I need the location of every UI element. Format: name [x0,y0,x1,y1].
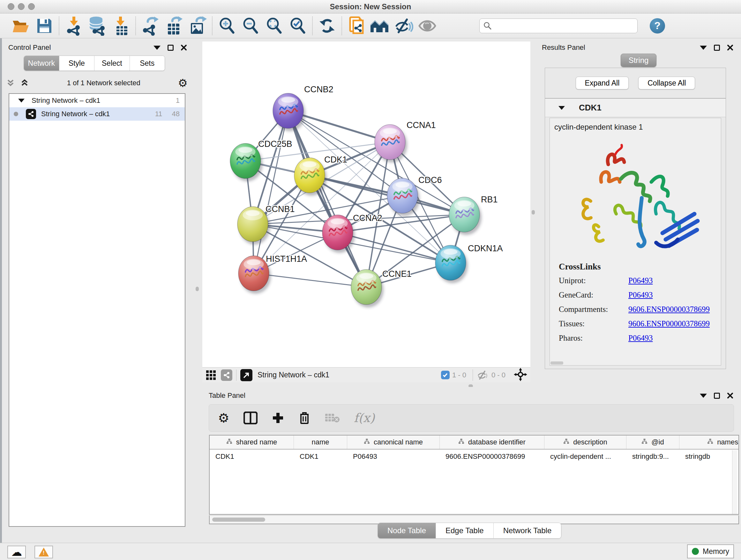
table-row[interactable]: CDK1CDK1P064939606.ENSP00000378699cyclin… [210,449,738,463]
export-network-button[interactable] [138,16,162,36]
table-cell[interactable]: cyclin-dependent ... [544,449,626,463]
panel-close-icon[interactable] [727,44,733,51]
network-node-CDK1[interactable]: CDK1 [294,155,347,196]
function-builder-button[interactable]: f(x) [354,411,375,425]
refresh-button[interactable] [315,16,339,36]
table-settings-gear-icon[interactable]: ⚙ [218,412,229,424]
crosslink-link[interactable]: P06493 [628,291,653,300]
expand-all-icon[interactable] [20,78,29,88]
show-all-button[interactable] [415,16,439,36]
import-network-database-button[interactable] [85,16,109,36]
save-session-button[interactable] [32,16,56,36]
import-table-button[interactable] [109,16,133,36]
minimize-window-button[interactable] [18,3,24,10]
selected-indicator-checkbox[interactable] [441,371,450,379]
table-cell[interactable]: CDK1 [210,449,294,463]
column-header-name[interactable]: name [294,435,347,449]
search-input[interactable] [492,22,626,30]
network-node-HIST1H1A[interactable]: HIST1H1A [239,254,307,294]
column-header-shared-name[interactable]: shared name [210,435,294,449]
warnings-button[interactable]: ! [35,546,53,558]
zoom-window-button[interactable] [28,3,35,10]
left-splitter-handle[interactable] [196,287,199,291]
network-snapshot-button[interactable] [345,16,368,36]
zoom-in-button[interactable] [215,16,239,36]
expand-all-button[interactable]: Expand All [576,77,629,89]
network-node-CCNB2[interactable]: CCNB2 [273,84,333,131]
results-scrollbar[interactable] [550,361,563,365]
panel-float-icon[interactable] [714,45,720,51]
table-cell[interactable]: stringdb:9... [626,449,679,463]
column-header-description[interactable]: description [544,435,626,449]
add-column-button[interactable] [272,412,284,424]
delete-table-button[interactable] [325,413,340,423]
scrollbar-thumb[interactable] [212,517,265,522]
table-cell[interactable]: 9606.ENSP00000378699 [440,449,544,463]
table-vertical-scrollbar[interactable] [732,450,737,515]
tab-style[interactable]: Style [59,56,95,71]
crosslink-link[interactable]: 9606.ENSP00000378699 [628,305,710,314]
tab-edge-table[interactable]: Edge Table [436,523,494,538]
network-row-selected[interactable]: String Network – cdk1 11 48 [9,107,185,121]
column-header-canonical-name[interactable]: canonical name [347,435,440,449]
network-node-CCNE1[interactable]: CCNE1 [351,269,412,307]
zoom-out-button[interactable] [239,16,262,36]
window-traffic-lights[interactable] [8,3,35,10]
panel-menu-icon[interactable] [153,46,160,50]
grid-mode-button[interactable] [205,370,216,381]
panel-menu-icon[interactable] [700,394,707,398]
network-node-RB1[interactable]: RB1 [449,195,498,235]
memory-button[interactable]: Memory [687,544,734,558]
detach-view-button[interactable] [240,369,253,381]
hide-selected-button[interactable] [392,16,415,36]
network-node-CDC25B[interactable]: CDC25B [230,139,292,181]
network-node-CDKN1A[interactable]: CDKN1A [435,244,503,283]
toolbar-search[interactable] [479,18,637,33]
panel-close-icon[interactable] [181,44,187,51]
tab-network-table[interactable]: Network Table [494,523,561,538]
column-header-database-identifier[interactable]: database identifier [440,435,544,449]
right-splitter-handle[interactable] [532,210,535,214]
panel-menu-icon[interactable] [700,46,707,50]
export-image-button[interactable] [186,16,209,36]
first-neighbors-button[interactable] [368,16,392,36]
import-network-file-button[interactable] [62,16,85,36]
tab-select[interactable]: Select [94,56,130,71]
tab-node-table[interactable]: Node Table [378,523,436,538]
panel-close-icon[interactable] [727,392,733,399]
network-canvas[interactable]: CCNB2CCNA1CDC25BCDK1CDC6RB1CCNB1CCNA2CDK… [202,42,530,367]
panel-float-icon[interactable] [714,393,720,399]
network-view-mode-icon[interactable] [221,369,232,381]
panel-float-icon[interactable] [167,45,174,51]
column-header-namespace[interactable]: namespace [679,435,739,449]
network-node-CCNB1[interactable]: CCNB1 [238,204,295,245]
table-cell[interactable]: CDK1 [294,449,347,463]
gene-expander-icon[interactable] [558,106,565,110]
open-file-button[interactable] [9,16,32,36]
network-collection-row[interactable]: String Network – cdk1 1 [9,94,185,107]
birds-eye-toggle-button[interactable] [514,368,527,382]
collapse-all-icon[interactable] [6,78,15,88]
show-columns-button[interactable] [244,412,258,424]
zoom-selected-button[interactable] [286,16,310,36]
collection-expander-icon[interactable] [18,99,24,103]
table-cell[interactable]: stringdb [679,449,739,463]
tab-network[interactable]: Network [24,56,59,71]
export-table-button[interactable] [162,16,186,36]
crosslink-link[interactable]: 9606.ENSP00000378699 [628,319,710,328]
cloud-status-button[interactable]: ☁ [7,546,26,558]
table-cell[interactable]: P06493 [347,449,440,463]
close-window-button[interactable] [8,3,14,10]
gene-section-header[interactable]: CDK1 [545,99,726,117]
column-header--id[interactable]: @id [626,435,679,449]
help-button[interactable]: ? [650,18,665,34]
network-node-CDC6[interactable]: CDC6 [387,175,442,216]
network-options-gear-icon[interactable]: ⚙ [178,78,188,88]
tab-string[interactable]: String [621,54,657,67]
delete-column-button[interactable] [298,411,311,425]
zoom-fit-button[interactable] [262,16,286,36]
tab-sets[interactable]: Sets [130,56,165,71]
crosslink-link[interactable]: P06493 [628,276,653,285]
crosslink-link[interactable]: P06493 [628,334,653,343]
collapse-all-button[interactable]: Collapse All [638,77,695,89]
